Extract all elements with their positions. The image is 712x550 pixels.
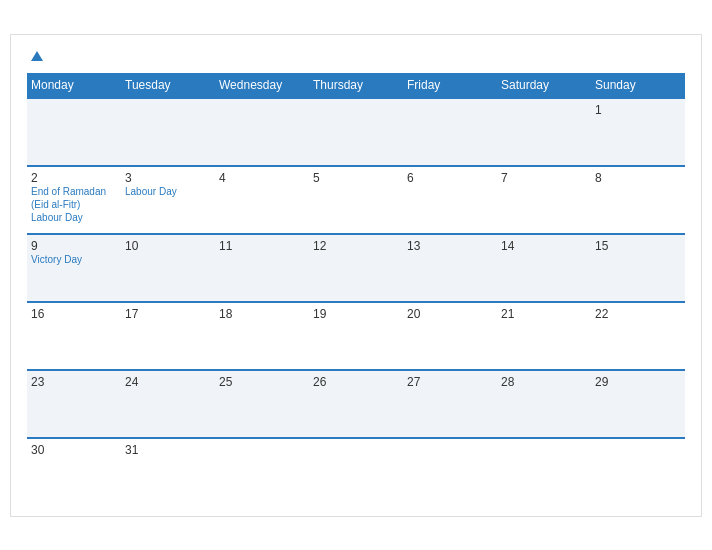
- day-cell: 2End of Ramadan(Eid al-Fitr)Labour Day: [27, 166, 121, 234]
- day-number: 13: [407, 239, 493, 253]
- day-cell: 25: [215, 370, 309, 438]
- holiday-label: Victory Day: [31, 253, 117, 266]
- day-cell: [215, 438, 309, 506]
- weekday-header-thursday: Thursday: [309, 73, 403, 98]
- day-cell: 13: [403, 234, 497, 302]
- day-number: 26: [313, 375, 399, 389]
- calendar-table: MondayTuesdayWednesdayThursdayFridaySatu…: [27, 73, 685, 506]
- day-number: 4: [219, 171, 305, 185]
- day-cell: [215, 98, 309, 166]
- day-cell: 18: [215, 302, 309, 370]
- day-cell: 28: [497, 370, 591, 438]
- day-cell: 23: [27, 370, 121, 438]
- day-number: 24: [125, 375, 211, 389]
- day-cell: [591, 438, 685, 506]
- day-cell: 5: [309, 166, 403, 234]
- day-number: 31: [125, 443, 211, 457]
- weekday-header-friday: Friday: [403, 73, 497, 98]
- day-cell: 19: [309, 302, 403, 370]
- day-cell: 20: [403, 302, 497, 370]
- day-cell: 3Labour Day: [121, 166, 215, 234]
- day-cell: [497, 98, 591, 166]
- calendar-container: MondayTuesdayWednesdayThursdayFridaySatu…: [10, 34, 702, 517]
- day-number: 25: [219, 375, 305, 389]
- logo-triangle-icon: [31, 51, 43, 61]
- day-number: 18: [219, 307, 305, 321]
- day-cell: [309, 438, 403, 506]
- day-cell: 7: [497, 166, 591, 234]
- day-number: 8: [595, 171, 681, 185]
- day-number: 2: [31, 171, 117, 185]
- day-cell: [403, 98, 497, 166]
- week-row-4: 23242526272829: [27, 370, 685, 438]
- day-number: 29: [595, 375, 681, 389]
- day-number: 16: [31, 307, 117, 321]
- day-cell: 27: [403, 370, 497, 438]
- day-cell: 11: [215, 234, 309, 302]
- day-number: 9: [31, 239, 117, 253]
- day-cell: 8: [591, 166, 685, 234]
- logo: [27, 51, 43, 61]
- week-row-3: 16171819202122: [27, 302, 685, 370]
- day-cell: 29: [591, 370, 685, 438]
- day-cell: [27, 98, 121, 166]
- day-number: 30: [31, 443, 117, 457]
- week-row-0: 1: [27, 98, 685, 166]
- day-number: 11: [219, 239, 305, 253]
- day-number: 21: [501, 307, 587, 321]
- weekday-header-monday: Monday: [27, 73, 121, 98]
- week-row-2: 9Victory Day101112131415: [27, 234, 685, 302]
- day-number: 27: [407, 375, 493, 389]
- day-cell: 10: [121, 234, 215, 302]
- holiday-label: End of Ramadan: [31, 185, 117, 198]
- day-cell: [121, 98, 215, 166]
- day-cell: 1: [591, 98, 685, 166]
- day-number: 12: [313, 239, 399, 253]
- day-cell: 15: [591, 234, 685, 302]
- day-cell: 17: [121, 302, 215, 370]
- day-cell: 31: [121, 438, 215, 506]
- day-cell: 16: [27, 302, 121, 370]
- day-cell: 12: [309, 234, 403, 302]
- day-number: 15: [595, 239, 681, 253]
- day-cell: 26: [309, 370, 403, 438]
- day-cell: 21: [497, 302, 591, 370]
- day-number: 22: [595, 307, 681, 321]
- week-row-5: 3031: [27, 438, 685, 506]
- day-number: 10: [125, 239, 211, 253]
- day-cell: 9Victory Day: [27, 234, 121, 302]
- day-number: 19: [313, 307, 399, 321]
- weekday-header-tuesday: Tuesday: [121, 73, 215, 98]
- day-cell: [403, 438, 497, 506]
- weekday-header-row: MondayTuesdayWednesdayThursdayFridaySatu…: [27, 73, 685, 98]
- day-number: 17: [125, 307, 211, 321]
- week-row-1: 2End of Ramadan(Eid al-Fitr)Labour Day3L…: [27, 166, 685, 234]
- day-number: 5: [313, 171, 399, 185]
- day-cell: [309, 98, 403, 166]
- day-number: 1: [595, 103, 681, 117]
- weekday-header-wednesday: Wednesday: [215, 73, 309, 98]
- day-cell: 30: [27, 438, 121, 506]
- day-cell: 14: [497, 234, 591, 302]
- day-number: 14: [501, 239, 587, 253]
- day-number: 3: [125, 171, 211, 185]
- day-number: 20: [407, 307, 493, 321]
- day-cell: 22: [591, 302, 685, 370]
- weekday-header-sunday: Sunday: [591, 73, 685, 98]
- day-number: 28: [501, 375, 587, 389]
- weekday-header-saturday: Saturday: [497, 73, 591, 98]
- day-number: 7: [501, 171, 587, 185]
- day-number: 6: [407, 171, 493, 185]
- day-cell: 6: [403, 166, 497, 234]
- day-cell: 24: [121, 370, 215, 438]
- day-number: 23: [31, 375, 117, 389]
- calendar-header: [27, 51, 685, 61]
- day-cell: [497, 438, 591, 506]
- holiday-label: Labour Day: [31, 211, 117, 224]
- day-cell: 4: [215, 166, 309, 234]
- holiday-label: (Eid al-Fitr): [31, 198, 117, 211]
- holiday-label: Labour Day: [125, 185, 211, 198]
